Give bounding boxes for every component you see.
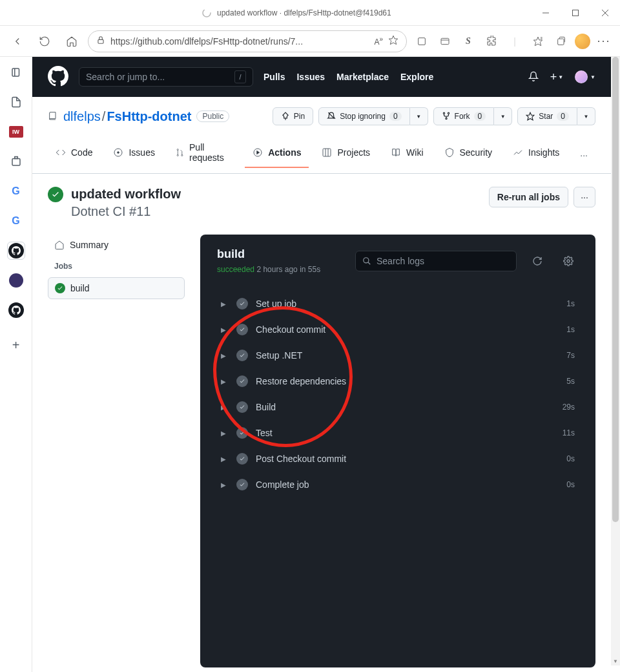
home-button[interactable] [61, 30, 83, 52]
run-sidebar: Summary Jobs build [48, 235, 185, 667]
tab-pulls[interactable]: Pull requests [168, 137, 240, 173]
tabs-overflow[interactable]: ··· [572, 145, 595, 165]
step-name: Build [256, 402, 555, 412]
chevron-right-icon: ▶ [221, 404, 229, 411]
notifications-icon[interactable] [528, 71, 539, 83]
step-duration: 0s [566, 480, 575, 489]
svg-point-26 [181, 154, 183, 156]
tab-wiki[interactable]: Wiki [383, 142, 431, 168]
rail-iw-icon[interactable]: IW [7, 123, 25, 141]
svg-marker-28 [257, 151, 260, 154]
step-status-icon [236, 350, 248, 361]
step-row[interactable]: ▶ Complete job 0s [217, 472, 579, 498]
read-aloud-icon[interactable]: A» [374, 36, 383, 47]
svg-point-24 [177, 149, 178, 151]
address-bar[interactable]: https://github.com/dlfelps/FsHttp-dotnet… [88, 30, 407, 52]
step-status-icon [236, 375, 248, 387]
browser-toolbar: https://github.com/dlfelps/FsHttp-dotnet… [0, 26, 620, 57]
rail-github-icon[interactable] [7, 242, 25, 260]
watch-dropdown[interactable]: ▼ [410, 107, 428, 125]
svg-rect-16 [12, 159, 20, 166]
repo-name-link[interactable]: FsHttp-dotnet [107, 109, 191, 123]
browser-tab[interactable]: updated workflow · dlfelps/FsHttp-dotnet… [194, 8, 399, 18]
rail-google-icon-1[interactable]: G [7, 182, 25, 200]
tab-spinner-icon [202, 8, 212, 18]
scrollbar[interactable]: ▲ ▼ [611, 57, 620, 666]
chevron-right-icon: ▶ [221, 481, 229, 488]
ext-icon-s[interactable]: S [459, 32, 478, 51]
window-close[interactable] [590, 0, 620, 26]
github-logo[interactable] [48, 66, 68, 89]
watch-button[interactable]: Stop ignoring 0 [318, 107, 409, 125]
collections-icon[interactable] [552, 32, 571, 51]
log-rerun-icon[interactable] [527, 251, 548, 271]
window-minimize[interactable] [531, 0, 561, 26]
rail-tool-icon[interactable] [7, 152, 25, 171]
step-row[interactable]: ▶ Set up job 1s [217, 291, 579, 317]
nav-marketplace[interactable]: Marketplace [336, 72, 389, 82]
log-title: build [217, 247, 320, 261]
log-search[interactable]: Search logs [355, 251, 517, 271]
ext-icon-2[interactable] [435, 32, 455, 51]
svg-point-25 [177, 154, 178, 156]
tab-code[interactable]: Code [48, 142, 100, 168]
window-maximize[interactable] [561, 0, 590, 26]
fork-button[interactable]: Fork 0 [433, 107, 495, 125]
step-name: Test [256, 428, 555, 438]
nav-explore[interactable]: Explore [400, 72, 433, 82]
fork-dropdown[interactable]: ▼ [494, 107, 512, 125]
rerun-button[interactable]: Re-run all jobs [489, 187, 568, 207]
tab-issues[interactable]: Issues [105, 142, 162, 168]
rail-google-icon-2[interactable]: G [7, 212, 25, 230]
repo-icon [48, 110, 58, 123]
step-row[interactable]: ▶ Checkout commit 1s [217, 317, 579, 342]
rail-github-icon-2[interactable] [7, 301, 25, 319]
rail-add-icon[interactable]: + [7, 336, 25, 354]
svg-point-34 [567, 260, 570, 262]
tab-projects[interactable]: Projects [314, 142, 378, 168]
extensions-icon[interactable] [482, 32, 501, 51]
job-build[interactable]: build [48, 277, 185, 299]
step-row[interactable]: ▶ Restore dependencies 5s [217, 368, 579, 394]
tab-security[interactable]: Security [437, 142, 501, 168]
add-menu[interactable]: +▼ [550, 70, 563, 84]
step-status-icon [236, 401, 248, 413]
refresh-button[interactable] [34, 30, 56, 52]
repo-tabs: Code Issues Pull requests Actions Projec… [48, 137, 595, 173]
run-menu[interactable]: ··· [574, 187, 595, 207]
step-row[interactable]: ▶ Setup .NET 7s [217, 342, 579, 368]
step-row[interactable]: ▶ Test 11s [217, 420, 579, 446]
repo-owner-link[interactable]: dlfelps [63, 109, 101, 123]
log-settings-icon[interactable] [558, 251, 579, 271]
svg-point-0 [203, 9, 211, 17]
rail-tab-actions[interactable] [7, 63, 25, 81]
favorite-icon[interactable] [388, 35, 398, 47]
rail-purple-icon[interactable] [7, 271, 25, 289]
browser-menu[interactable]: ··· [594, 32, 614, 51]
ext-icon-1[interactable] [412, 32, 431, 51]
user-menu[interactable]: ▼ [575, 70, 595, 83]
svg-point-18 [443, 112, 444, 114]
nav-pulls[interactable]: Pulls [264, 72, 285, 82]
url-text: https://github.com/dlfelps/FsHttp-dotnet… [110, 36, 369, 47]
profile-avatar[interactable] [575, 34, 590, 49]
nav-issues[interactable]: Issues [296, 72, 325, 82]
summary-link[interactable]: Summary [48, 235, 185, 255]
chevron-right-icon: ▶ [221, 430, 229, 437]
edge-sidebar: IW G G + [0, 57, 32, 672]
back-button[interactable] [6, 30, 28, 52]
favorites-icon[interactable] [528, 32, 548, 51]
rail-page-icon[interactable] [7, 93, 25, 111]
star-dropdown[interactable]: ▼ [577, 107, 595, 125]
tab-insights[interactable]: Insights [505, 142, 567, 168]
step-status-icon [236, 479, 248, 490]
tab-actions[interactable]: Actions [245, 142, 309, 168]
github-search[interactable]: Search or jump to... / [79, 67, 253, 87]
step-row[interactable]: ▶ Post Checkout commit 0s [217, 446, 579, 472]
step-name: Setup .NET [256, 350, 559, 361]
star-button[interactable]: Star 0 [517, 107, 577, 125]
pin-button[interactable]: Pin [273, 107, 313, 125]
check-icon [55, 283, 65, 293]
step-row[interactable]: ▶ Build 29s [217, 394, 579, 420]
window-controls [531, 0, 620, 26]
